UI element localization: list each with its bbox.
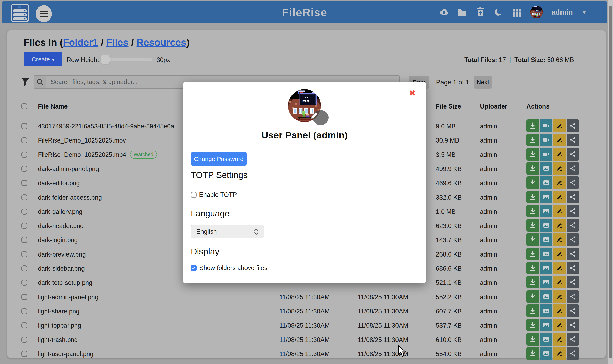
edit-button[interactable] [553,191,566,203]
download-button[interactable] [527,219,539,232]
select-all-checkbox[interactable] [21,103,27,109]
upload-icon[interactable] [439,7,449,17]
download-button[interactable] [527,290,539,303]
share-button[interactable] [567,233,579,246]
row-checkbox[interactable] [21,123,27,129]
row-checkbox[interactable] [21,294,27,300]
preview-button[interactable] [540,162,552,175]
share-button[interactable] [567,148,579,161]
file-name[interactable]: dark-admin-panel.png [38,165,99,173]
download-button[interactable] [527,134,539,146]
edit-button[interactable] [553,233,566,246]
share-button[interactable] [567,304,579,317]
preview-button[interactable] [540,276,552,288]
edit-button[interactable] [553,162,566,175]
share-button[interactable] [567,347,579,360]
edit-button[interactable] [553,205,566,217]
row-height-slider[interactable] [102,58,153,61]
preview-button[interactable] [540,347,552,360]
preview-button[interactable] [540,191,552,203]
row-checkbox[interactable] [21,251,27,257]
file-name[interactable]: light-admin-panel.png [38,294,98,301]
file-name[interactable]: light-user-panel.png [38,351,94,358]
file-name[interactable]: dark-totp-setup.png [38,279,92,286]
breadcrumb-link-files[interactable]: Files [106,37,128,48]
download-button[interactable] [527,176,539,189]
row-checkbox[interactable] [21,280,27,286]
username-label[interactable]: admin [551,8,573,16]
share-button[interactable] [567,247,579,260]
edit-button[interactable] [553,333,566,346]
preview-button[interactable] [540,176,552,189]
file-name[interactable]: dark-preview.png [38,251,86,258]
share-button[interactable] [567,319,579,331]
preview-button[interactable] [540,233,552,246]
file-name[interactable]: dark-login.png [38,236,78,244]
download-button[interactable] [527,205,539,217]
trash-restore-icon[interactable] [475,7,485,17]
file-name[interactable]: light-trash.png [38,336,78,344]
share-button[interactable] [567,262,579,274]
avatar-edit-pencil-icon[interactable] [309,110,320,121]
download-button[interactable] [527,333,539,346]
breadcrumb-link-folder1[interactable]: Folder1 [63,37,98,48]
edit-button[interactable] [553,219,566,232]
edit-button[interactable] [553,290,566,303]
row-checkbox[interactable] [21,265,27,272]
share-button[interactable] [567,162,579,175]
breadcrumb-link-resources[interactable]: Resources [137,37,186,48]
download-button[interactable] [527,233,539,246]
edit-button[interactable] [553,347,566,360]
row-checkbox[interactable] [21,194,27,200]
change-password-button[interactable]: Change Password [191,152,247,166]
row-checkbox[interactable] [21,308,27,314]
download-button[interactable] [527,276,539,288]
preview-button[interactable] [540,134,552,146]
file-name[interactable]: FileRise_Demo_10252025.mp4Watched [38,151,157,159]
row-checkbox[interactable] [21,208,27,215]
preview-button[interactable] [540,290,552,303]
row-checkbox[interactable] [21,223,27,229]
row-checkbox[interactable] [21,322,27,328]
header-file-size[interactable]: File Size [436,103,461,110]
preview-button[interactable] [540,319,552,331]
preview-button[interactable] [540,205,552,217]
download-button[interactable] [527,319,539,331]
share-button[interactable] [567,205,579,217]
edit-button[interactable] [553,134,566,146]
share-button[interactable] [567,134,579,146]
scrollbar-thumb[interactable] [609,6,613,358]
edit-button[interactable] [553,176,566,189]
download-button[interactable] [527,304,539,317]
preview-button[interactable] [540,304,552,317]
download-button[interactable] [527,162,539,175]
row-checkbox[interactable] [21,351,27,357]
file-name[interactable]: dark-gallery.png [38,208,83,215]
edit-button[interactable] [553,319,566,331]
file-name[interactable]: dark-folder-access.png [38,194,102,201]
create-button[interactable]: Create▾ [24,52,62,66]
edit-button[interactable] [553,276,566,288]
user-avatar[interactable] [530,6,543,18]
next-page-button[interactable]: Next [474,76,492,89]
edit-button[interactable] [553,262,566,274]
share-button[interactable] [567,276,579,288]
download-button[interactable] [527,262,539,274]
header-uploader[interactable]: Uploader [480,103,507,110]
file-name[interactable]: dark-header.png [38,222,84,230]
close-icon[interactable]: ✖ [409,90,415,97]
row-checkbox[interactable] [21,166,27,172]
row-checkbox[interactable] [21,237,27,243]
row-checkbox[interactable] [21,337,27,343]
file-name[interactable]: dark-sidebar.png [38,265,85,272]
show-folders-checkbox[interactable] [191,265,197,271]
chevron-down-icon[interactable]: ▼ [581,9,587,15]
dark-mode-icon[interactable] [494,7,503,17]
share-button[interactable] [567,333,579,346]
share-button[interactable] [567,191,579,203]
file-name[interactable]: light-share.png [38,308,80,315]
preview-button[interactable] [540,333,552,346]
file-name[interactable]: 430174959-221f6a53-85f5-48d4-9abe-89445e… [38,123,174,130]
download-button[interactable] [527,119,539,132]
header-file-name[interactable]: File Name [38,103,68,110]
